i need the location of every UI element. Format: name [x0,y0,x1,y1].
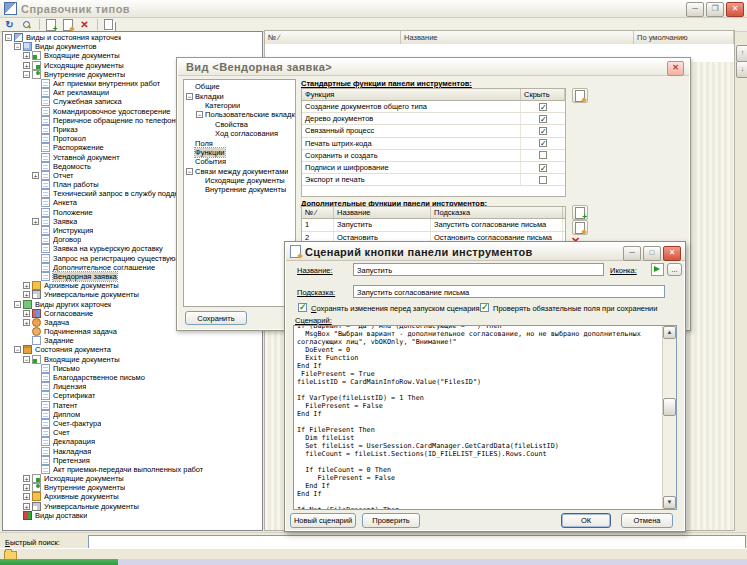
tree-item[interactable]: Акт приемки-передачи выполненных работ [3,465,262,474]
expand-icon[interactable]: + [23,484,30,491]
tree-item[interactable]: Декларация [3,437,262,446]
scroll-up-icon[interactable]: ▲ [663,326,676,339]
tree-item[interactable]: Свойства [184,120,295,129]
collapse-icon[interactable]: − [186,93,193,100]
collapse-icon[interactable]: − [186,168,193,175]
column-header-name[interactable]: Название [401,31,634,44]
new-card-button[interactable] [43,19,58,31]
scroll-down-icon[interactable]: ▼ [663,496,676,509]
close-button[interactable]: ✕ [726,2,744,17]
tree-item[interactable]: +Исходящие документы [3,474,262,483]
move-down-button[interactable]: ↓ [736,61,747,78]
verify-button[interactable]: Проверить [362,513,420,528]
expand-icon[interactable]: + [23,62,30,69]
edit-card-button[interactable] [60,19,75,31]
minimize-button[interactable]: ─ [623,246,641,261]
tree-item[interactable]: Категории [184,101,295,110]
tree-item[interactable]: −Вкладки [184,91,295,100]
search-button[interactable] [19,19,34,31]
restore-button[interactable]: ❐ [706,2,724,17]
hide-checkbox[interactable]: ✓ [539,127,547,135]
scrollbar-thumb[interactable] [663,398,676,416]
tree-item[interactable]: Лицензия [3,382,262,391]
tree-item[interactable]: −Виды документов [3,42,262,51]
expand-icon[interactable]: + [32,218,39,225]
edit-function-button[interactable] [572,220,588,235]
tree-item[interactable]: −Состояния документа [3,345,262,354]
collapse-icon[interactable]: − [14,43,21,50]
tree-item[interactable]: Функции [184,148,295,157]
check-required-checkbox[interactable]: ✓ [480,303,489,312]
view-dialog-close-button[interactable]: ✕ [667,61,684,76]
hide-checkbox[interactable]: ✓ [539,115,547,123]
add-function-button[interactable] [572,205,588,220]
table-row[interactable]: Экспорт и печать [302,174,565,186]
hint-input[interactable] [353,285,665,298]
minimize-button[interactable]: ─ [686,2,704,17]
std-edit-button[interactable] [572,88,588,103]
close-button[interactable]: ✕ [663,246,681,261]
new-script-button[interactable]: Новый сценарий [290,513,356,528]
hide-checkbox[interactable]: ✓ [539,139,547,147]
tree-item[interactable]: Внутренние документы [184,185,295,194]
cancel-button[interactable]: Отмена [621,513,673,528]
tree-item[interactable]: Задание [3,336,262,345]
tree-item[interactable]: Претензия [3,456,262,465]
tree-item[interactable]: Счет [3,428,262,437]
icon-browse-button[interactable]: ... [667,263,682,276]
tree-item[interactable]: Накладная [3,446,262,455]
collapse-icon[interactable]: − [23,71,30,78]
hide-checkbox[interactable] [539,176,547,184]
tree-item[interactable]: Патент [3,401,262,410]
move-up-button[interactable]: ↑ [736,45,747,62]
add-col-name[interactable]: Название [334,207,431,218]
save-button[interactable]: Сохранить [185,311,247,325]
copy-button[interactable] [101,19,116,31]
hide-checkbox[interactable]: ✓ [539,164,547,172]
expand-icon[interactable]: + [23,310,30,317]
maximize-button[interactable]: □ [643,246,661,261]
table-row[interactable]: Дерево документов✓ [302,113,565,125]
tree-item[interactable]: Ход согласования [184,129,295,138]
collapse-icon[interactable]: − [14,346,21,353]
collapse-icon[interactable]: − [196,111,203,118]
column-header-default[interactable]: По умолчанию [634,31,734,44]
table-row[interactable]: Подписи и шифрование✓ [302,162,565,174]
collapse-icon[interactable]: − [14,301,21,308]
tree-item[interactable]: Общие [184,82,295,91]
table-row[interactable]: Связанный процесс✓ [302,125,565,137]
code-scrollbar[interactable]: ▲ ▼ [662,326,676,509]
collapse-icon[interactable]: − [23,356,30,363]
expand-icon[interactable]: + [23,291,30,298]
tree-item[interactable]: Диплом [3,410,262,419]
standard-functions-table[interactable]: Функция Скрыть Создание документов общег… [301,88,566,197]
expand-icon[interactable]: + [23,319,30,326]
hide-checkbox[interactable]: ✓ [539,103,547,111]
tree-item[interactable]: −Входящие документы [3,355,262,364]
std-col-function[interactable]: Функция [302,89,521,100]
column-header-number[interactable]: № ∕ [265,31,401,44]
tree-item[interactable]: Виды доставки [3,511,262,520]
tree-item[interactable]: Сертификат [3,391,262,400]
ok-button[interactable]: ОК [561,513,611,528]
tree-item[interactable]: Благодарственное письмо [3,373,262,382]
expand-icon[interactable]: + [23,282,30,289]
refresh-button[interactable]: ↻ [2,19,17,31]
tree-item[interactable]: −Пользовательские вкладки [184,110,295,119]
tree-item[interactable]: +Внутренние документы [3,483,262,492]
tree-item[interactable]: Счет-фактура [3,419,262,428]
expand-icon[interactable]: + [23,493,30,500]
tree-item[interactable]: −Связи между документами [184,167,295,176]
table-row[interactable]: Сохранить и создать [302,150,565,162]
table-row[interactable]: 1ЗапуститьЗапустить согласование письма [302,219,565,232]
view-settings-tree[interactable]: Общие−ВкладкиКатегории−Пользовательские … [183,79,296,307]
tree-item[interactable]: +Универсальные документы [3,502,262,511]
script-code-editor[interactable]: If (Вариант = "Да") And (ДопСогласующие … [293,325,677,510]
expand-icon[interactable]: + [23,475,30,482]
table-row[interactable]: Создание документов общего типа✓ [302,101,565,113]
collapse-icon[interactable]: − [5,34,12,41]
add-col-number[interactable]: № ∕ [302,207,334,218]
add-col-hint[interactable]: Подсказка [431,207,563,218]
tree-item[interactable]: Исходящие документы [184,176,295,185]
table-row[interactable]: Печать штрих-кода✓ [302,138,565,150]
